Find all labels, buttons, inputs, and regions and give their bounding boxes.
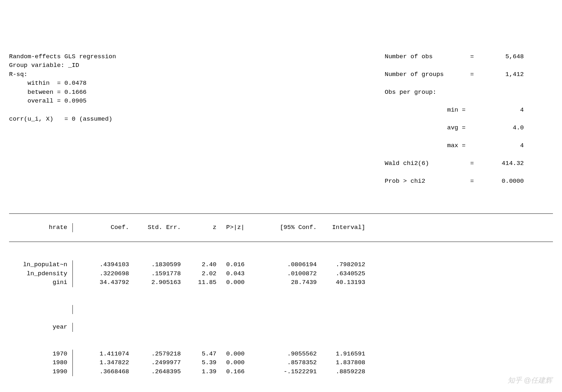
- wald-label: Wald chi2(6): [385, 159, 466, 168]
- rsq-between-label: between =: [28, 89, 61, 96]
- var-name: 1980: [9, 358, 72, 367]
- table-row: 19801.347822.24999775.390.000.85783521.8…: [9, 358, 553, 367]
- rsq-between: 0.1666: [64, 89, 86, 96]
- year-label: year: [9, 323, 72, 332]
- col-se: Std. Err.: [129, 223, 181, 232]
- col-coef: Coef.: [77, 223, 129, 232]
- model-type: Random-effects GLS regression: [9, 53, 116, 60]
- var-name: 1990: [9, 367, 72, 376]
- wald-value: 414.32: [479, 159, 524, 168]
- group-var-label: Group variable:: [9, 62, 64, 69]
- corr-label: corr(u_i, X): [9, 115, 53, 123]
- opg-min-label: min =: [385, 106, 466, 115]
- nobs-value: 5,648: [479, 52, 524, 61]
- table-row: 19701.411074.25792185.470.000.90555621.9…: [9, 350, 553, 359]
- table-row: 1990.3668468.26483951.390.166-.1522291.8…: [9, 367, 553, 376]
- rsq-label: R-sq:: [9, 71, 28, 78]
- opg-max-label: max =: [385, 141, 466, 150]
- nobs-label: Number of obs: [385, 52, 466, 61]
- opg-min: 4: [479, 106, 524, 115]
- corr-value: = 0 (assumed): [64, 115, 112, 123]
- col-cihi: Interval]: [317, 223, 365, 232]
- col-z: z: [181, 223, 216, 232]
- group-var: _ID: [68, 62, 79, 69]
- table-row: gini34.437922.90516311.850.00028.743940.…: [9, 278, 553, 287]
- var-name: 1970: [9, 350, 72, 359]
- opg-label: Obs per group:: [385, 88, 466, 97]
- year-header-row: year: [9, 323, 553, 332]
- var-name: ln_populat~n: [9, 260, 72, 269]
- ngroups-label: Number of groups: [385, 70, 466, 79]
- ngroups-value: 1,412: [479, 70, 524, 79]
- table-header-row: hrate Coef. Std. Err. z P>|z| [95% Conf.…: [9, 223, 553, 232]
- opg-avg: 4.0: [479, 124, 524, 133]
- var-name: gini: [9, 278, 72, 287]
- var-name: ln_pdensity: [9, 269, 72, 278]
- prob-label: Prob > chi2: [385, 177, 466, 186]
- opg-avg-label: avg =: [385, 124, 466, 133]
- prob-value: 0.0000: [479, 177, 524, 186]
- table-row: ln_pdensity.3220698.15917782.020.043.010…: [9, 269, 553, 278]
- col-cilo: [95% Conf.: [262, 223, 317, 232]
- table-header-rule: [9, 242, 553, 242]
- table-top-rule: [9, 213, 553, 214]
- table-row-blank: [9, 305, 553, 314]
- opg-max: 4: [479, 141, 524, 150]
- regression-header: Random-effects GLS regression Group vari…: [9, 43, 553, 195]
- depvar-header: hrate: [9, 223, 72, 232]
- col-p: P>|z|: [216, 223, 262, 232]
- rsq-within-label: within =: [28, 80, 61, 87]
- rsq-overall: 0.0905: [64, 97, 86, 104]
- watermark: 知乎 @任建辉: [508, 375, 552, 386]
- rsq-within: 0.0478: [64, 80, 86, 87]
- table-row: ln_populat~n.4394103.18305992.400.016.08…: [9, 260, 553, 269]
- rsq-overall-label: overall =: [28, 97, 61, 104]
